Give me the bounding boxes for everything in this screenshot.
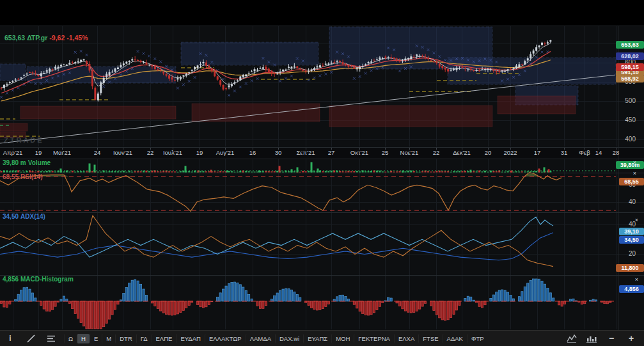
tab-Η[interactable]: Η xyxy=(77,334,90,343)
price-badge-628: 628,02 xyxy=(616,52,644,60)
draw-trendline-button[interactable] xyxy=(23,333,38,345)
rsi-pane-label: 68,55RSI(14) xyxy=(3,173,44,180)
platform-watermark: ZTRADE xyxy=(4,136,44,144)
tab-ΕΥΑΠΣ[interactable]: ΕΥΑΠΣ xyxy=(303,334,331,343)
price-badge-568: 568,92 xyxy=(616,75,644,83)
macd-value: 4,856 xyxy=(3,276,19,283)
bar-chart-icon xyxy=(586,334,597,343)
close-macd-pane-icon[interactable]: × xyxy=(633,276,640,283)
tab-Μ[interactable]: Μ xyxy=(102,334,115,343)
indicators-list-button[interactable] xyxy=(43,333,59,345)
close-rsi-pane-icon[interactable]: × xyxy=(631,170,638,177)
trendline-icon xyxy=(26,334,36,343)
macd-pane-label: 4,856MACD-Histogram xyxy=(3,276,75,283)
volume-pane-label: 39,80 mVolume xyxy=(3,159,52,166)
line-chart-icon xyxy=(567,334,577,343)
close-volume-pane-icon[interactable]: × xyxy=(631,159,638,166)
volume-name: Volume xyxy=(28,159,51,166)
macd-badge: 4,856 xyxy=(619,285,644,293)
value-axis-label: 20 xyxy=(618,250,636,257)
time-axis-label: Ιουν'21 xyxy=(108,149,137,156)
value-axis-label: 400 xyxy=(618,136,636,143)
chart-canvas[interactable] xyxy=(0,0,644,330)
ticker-symbol: ΔΤΡ.gr xyxy=(27,34,47,42)
tab-FTSE[interactable]: FTSE xyxy=(418,334,442,343)
zoom-out-button[interactable]: − xyxy=(604,333,619,345)
volume-value: 39,80 m xyxy=(3,159,26,166)
macd-name: MACD-Histogram xyxy=(20,276,74,283)
price-badge-598: 598,15 xyxy=(616,63,644,71)
rsi-value: 68,55 xyxy=(3,173,19,180)
symbol-tabs: ΩΗΕΜDTRΓΔΕΛΠΕΕΥΔΑΠΕΛΛΑΚΤΩΡΛΑΜΔΑDAX.wiΕΥΑ… xyxy=(64,331,488,346)
tab-DTR[interactable]: DTR xyxy=(115,334,136,343)
tab-ΕΥΔΑΠ[interactable]: ΕΥΔΑΠ xyxy=(176,334,205,343)
tab-DAX.wi[interactable]: DAX.wi xyxy=(275,334,303,343)
zoom-in-button[interactable]: + xyxy=(624,333,639,345)
tab-ΕΛΠΕ[interactable]: ΕΛΠΕ xyxy=(152,334,177,343)
bar-chart-button[interactable] xyxy=(584,333,599,345)
tab-ΕΛΧΑ[interactable]: ΕΛΧΑ xyxy=(394,334,418,343)
volume-badge: 39,80m xyxy=(616,161,644,169)
rsi-name: RSI(14) xyxy=(20,173,42,180)
price-badge-last: 653,63 xyxy=(616,41,644,49)
tab-ΜΟΗ[interactable]: ΜΟΗ xyxy=(331,334,354,343)
price-change: -9,62 xyxy=(49,34,65,42)
adx-di-minus-badge: 11,800 xyxy=(616,264,644,272)
list-icon xyxy=(46,334,56,343)
tab-Ω[interactable]: Ω xyxy=(64,334,77,343)
time-axis-label: Αυγ'21 xyxy=(210,149,240,156)
time-axis-label: Νοε'21 xyxy=(395,149,424,156)
value-axis-label: 450 xyxy=(618,116,636,123)
tab-ΓΕΚΤΕΡΝΑ[interactable]: ΓΕΚΤΕΡΝΑ xyxy=(354,334,394,343)
bottom-toolbar: i ΩΗΕΜDTRΓΔΕΛΠΕΕΥΔΑΠΕΛΛΑΚΤΩΡΛΑΜΔΑDAX.wiΕ… xyxy=(0,330,644,346)
tab-ΓΔ[interactable]: ΓΔ xyxy=(136,334,152,343)
minus-icon: − xyxy=(609,333,614,343)
plus-icon: + xyxy=(629,333,634,343)
ticker-info: 653,63ΔΤΡ.gr-9,62-1,45% xyxy=(4,34,90,42)
time-axis-label: 27 xyxy=(317,149,346,156)
tab-ΦΤΡ[interactable]: ΦΤΡ xyxy=(467,334,488,343)
time-axis-label: 17 xyxy=(522,149,552,156)
adx-value: 34,50 xyxy=(3,213,19,220)
value-axis-label: 500 xyxy=(618,97,636,104)
tab-ΕΛΛΑΚΤΩΡ[interactable]: ΕΛΛΑΚΤΩΡ xyxy=(205,334,246,343)
rsi-badge: 68,55 xyxy=(619,178,644,185)
time-axis-label: Μαι'21 xyxy=(47,149,77,156)
adx-badge: 34,50 xyxy=(619,236,644,244)
adx-name: ADX(14) xyxy=(20,213,45,220)
tab-ΑΔΑΚ[interactable]: ΑΔΑΚ xyxy=(443,334,467,343)
info-button[interactable]: i xyxy=(3,333,18,345)
price-change-pct: -1,45% xyxy=(67,34,88,42)
tab-Ε[interactable]: Ε xyxy=(90,334,102,343)
value-axis-label: 40 xyxy=(618,198,636,205)
time-axis-label: 2022 xyxy=(496,149,525,156)
tab-ΛΑΜΔΑ[interactable]: ΛΑΜΔΑ xyxy=(246,334,275,343)
time-axis-label: 30 xyxy=(263,149,293,156)
chart-view-controls: − + xyxy=(564,333,641,345)
close-adx-pane-icon[interactable]: × xyxy=(633,217,640,224)
time-axis-label: 28 xyxy=(601,149,631,156)
line-chart-button[interactable] xyxy=(564,333,579,345)
time-axis-label: Δεκ'21 xyxy=(447,149,476,156)
adx-di-plus-badge: 39,10 xyxy=(619,228,644,235)
adx-pane-label: 34,50ADX(14) xyxy=(3,213,47,220)
trading-app-window: 653,63ΔΤΡ.gr-9,62-1,45% ZTRADE 39,80 mVo… xyxy=(0,0,644,346)
time-axis-label: Ιουλ'21 xyxy=(158,149,187,156)
info-icon: i xyxy=(9,334,11,343)
last-price: 653,63 xyxy=(4,34,25,42)
